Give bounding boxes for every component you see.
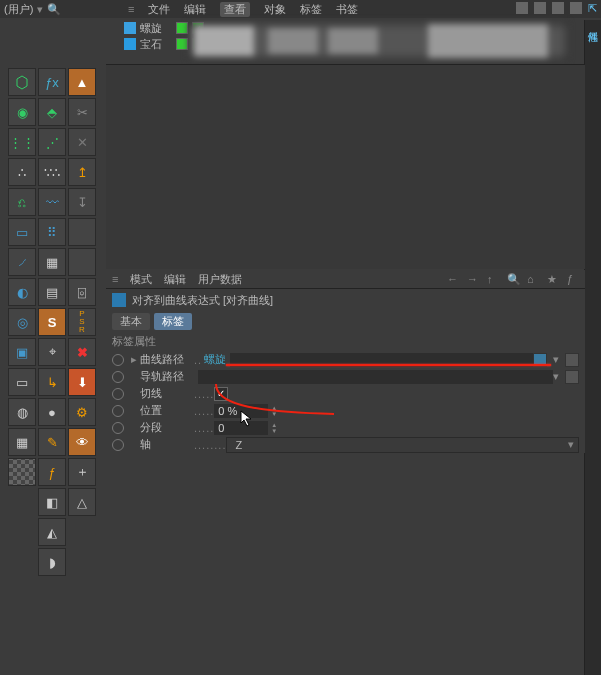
menu-bookmarks[interactable]: 书签 [336,2,358,17]
menu-edit[interactable]: 编辑 [184,2,206,17]
triangle-icon[interactable]: △ [68,488,96,516]
anim-dot[interactable] [112,439,124,451]
tab-tag[interactable]: 标签 [154,313,192,330]
forward-icon[interactable]: → [467,273,479,285]
settings-icon[interactable]: ⚙ [68,398,96,426]
points-icon[interactable]: ⠿ [38,218,66,246]
topright-icon-3[interactable] [552,2,564,14]
visibility-editor-toggle[interactable] [176,22,188,34]
menu-object[interactable]: 对象 [264,2,286,17]
layout-dropdown-icon[interactable]: ▾ [37,3,43,16]
material-ball-icon[interactable]: ◍ [8,398,36,426]
spline-pen-icon[interactable]: ⟋ [8,248,36,276]
viewport-area[interactable] [106,64,585,269]
layout-label[interactable]: (用户) [0,2,37,17]
anim-dot[interactable] [112,371,124,383]
anim-dot[interactable] [112,405,124,417]
down-arrow-icon[interactable]: ⬇ [68,368,96,396]
blurred-preview-region [188,22,568,60]
plus-small-icon[interactable]: ＋ [68,458,96,486]
chevron-down-icon[interactable]: ▾ [553,353,559,366]
cube-icon[interactable] [8,68,36,96]
topright-icon-4[interactable] [570,2,582,14]
eye-icon[interactable]: 👁 [68,428,96,456]
menu-view[interactable]: 查看 [220,2,250,17]
up-icon[interactable]: ↑ [487,273,499,285]
right-tab-strip[interactable]: 属性 [584,20,601,675]
object-name[interactable]: 螺旋 [140,21,162,36]
bookmark-icon[interactable]: ★ [547,273,559,285]
brush-icon[interactable]: ✎ [38,428,66,456]
cone-icon[interactable]: ◭ [38,518,66,546]
rail-path-field[interactable] [198,370,553,384]
axis-tool-icon[interactable]: ↳ [38,368,66,396]
attr-menu-edit[interactable]: 编辑 [164,272,186,287]
expand-icon[interactable]: ▸ [130,353,138,366]
attr-menu-mode[interactable]: 模式 [130,272,152,287]
light-icon[interactable]: ◎ [8,308,36,336]
hamburger-icon[interactable]: ≡ [128,3,134,15]
fn-icon[interactable]: ƒ [567,273,579,285]
position-field[interactable] [214,404,268,418]
tab-basic[interactable]: 基本 [112,313,150,330]
coords-icon[interactable]: ⌖ [38,338,66,366]
blend-icon[interactable]: ◗ [38,548,66,576]
uv-icon[interactable]: ▤ [38,278,66,306]
back-icon[interactable]: ← [447,273,459,285]
menu-file[interactable]: 文件 [148,2,170,17]
lathe-icon[interactable]: ◉ [8,98,36,126]
tangent-checkbox[interactable]: ✓ [214,387,228,401]
checker-icon[interactable] [8,458,36,486]
psr-icon[interactable]: PSR [68,308,96,336]
render-icon[interactable]: ▦ [8,428,36,456]
floor-icon[interactable]: ▭ [8,368,36,396]
prop-axis: 轴 ........ Z ▾ [106,436,585,453]
move-down-icon[interactable]: ↧ [68,188,96,216]
color-icon[interactable]: ◧ [38,488,66,516]
close-x-icon[interactable]: ✖ [68,338,96,366]
knife-icon[interactable]: ✂ [68,98,96,126]
grid-icon[interactable]: ▦ [38,248,66,276]
search-icon[interactable]: 🔍 [507,273,519,285]
symmetry-icon[interactable]: ⎌ [8,188,36,216]
object-name[interactable]: 宝石 [140,37,162,52]
menu-tags[interactable]: 标签 [300,2,322,17]
frame-icon[interactable]: ⌻ [68,278,96,306]
anim-dot[interactable] [112,354,124,366]
deformer-icon[interactable]: ◐ [8,278,36,306]
array-linear-icon[interactable]: ⋮⋮ [8,128,36,156]
chevron-down-icon[interactable]: ▾ [553,370,559,383]
curve-path-link[interactable]: 螺旋 [204,352,226,367]
undock-icon[interactable]: ⇱ [588,2,597,15]
segment-spinner[interactable]: ▲▼ [269,421,279,435]
right-tab-attributes[interactable]: 属性 [585,20,599,24]
search-icon[interactable]: 🔍 [47,3,61,16]
position-spinner[interactable]: ▲▼ [269,404,279,418]
sphere-icon[interactable]: ● [38,398,66,426]
script-icon[interactable]: ƒ [38,458,66,486]
segment-field[interactable] [214,421,268,435]
anim-dot[interactable] [112,422,124,434]
camera-icon[interactable]: ▣ [8,338,36,366]
eyedropper-icon[interactable] [565,353,579,367]
move-up-icon[interactable]: ↥ [68,158,96,186]
eyedropper-icon[interactable] [565,370,579,384]
function-icon[interactable]: ƒx [38,68,66,96]
bevel-icon[interactable]: ⬘ [38,98,66,126]
array-grid-icon[interactable]: ⋰ [38,128,66,156]
topright-icon-1[interactable] [516,2,528,14]
letter-s-icon[interactable]: S [38,308,66,336]
cloner-icon[interactable]: ∴ [8,158,36,186]
hamburger-icon[interactable]: ≡ [112,273,118,285]
disable-icon[interactable]: ✕ [68,128,96,156]
extrude-icon[interactable]: ▲ [68,68,96,96]
effector-icon[interactable]: ▭ [8,218,36,246]
topright-icon-2[interactable] [534,2,546,14]
spline-icon[interactable]: 〰 [38,188,66,216]
axis-dropdown[interactable]: Z ▾ [226,437,579,453]
anim-dot[interactable] [112,388,124,400]
attr-menu-userdata[interactable]: 用户数据 [198,272,242,287]
visibility-editor-toggle[interactable] [176,38,188,50]
home-icon[interactable]: ⌂ [527,273,539,285]
random-icon[interactable]: ∵∴ [38,158,66,186]
